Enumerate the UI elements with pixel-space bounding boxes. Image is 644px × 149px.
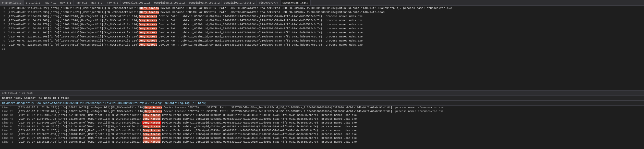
- search-line-content: [2024-08-07 12:26:25.485][info][10048:45…: [17, 140, 642, 144]
- search-line-content: [2024-08-07 12:26:21.267][info][10048:45…: [17, 129, 642, 132]
- search-deny-highlight: Deny Access: [143, 121, 160, 124]
- search-line-label: Line ::: [2, 140, 17, 144]
- line-content: [2024-08-07 11:52:57.095][info][16832:14…: [7, 10, 643, 14]
- search-line-content: [2024-08-07 11:54:08.321][info][15160:28…: [17, 125, 642, 129]
- tab-8[interactable]: UemDialog_2_test1.2: [152, 0, 187, 6]
- tab-6[interactable]: nav 5.2: [105, 0, 120, 6]
- line-content: [7, 47, 643, 51]
- search-line-content: [2024-08-07 11:54:03.708][info][15160:28…: [17, 113, 642, 117]
- log-line: 1[2024-08-07 11:52:54.222][info][16832:1…: [1, 6, 643, 10]
- log-line: 8[2024-08-07 12:26:21.268][info][10048:4…: [1, 35, 643, 39]
- search-deny-highlight: Deny Access: [143, 133, 160, 136]
- search-header: Search "Deny Access" (10 hits in 1 file): [0, 96, 644, 101]
- search-deny-highlight: Deny Access: [143, 117, 160, 120]
- tab-4[interactable]: nav 5.2: [74, 0, 89, 6]
- line-content: [2024-08-07 11:52:54.222][info][16832:14…: [7, 6, 643, 10]
- search-result-line[interactable]: Line 2:[2024-08-07 11:52:57.095][info][1…: [0, 110, 644, 113]
- deny-access-highlight: Deny Access: [139, 43, 157, 46]
- log-area: 1[2024-08-07 11:52:54.222][info][16832:1…: [0, 6, 644, 90]
- separator-bar: ind result = 10 hits: [0, 90, 644, 96]
- tab-7[interactable]: UemDialog_test1.2: [120, 0, 152, 6]
- line-content: [2024-08-07 12:26:21.268][info][10048:45…: [7, 35, 643, 39]
- deny-access-highlight: Deny Access: [139, 39, 157, 42]
- search-line-label: Line 1:: [2, 106, 17, 110]
- line-number: 7: [1, 31, 7, 35]
- search-deny-highlight: Deny Access: [143, 137, 160, 140]
- line-number: 11: [1, 47, 7, 51]
- log-line: 9[2024-08-07 12:26:25.485][info][10048:4…: [1, 39, 643, 43]
- search-line-content: [2024-08-07 11:52:54.222][info][16832:14…: [17, 106, 642, 110]
- line-number: 3: [1, 14, 7, 18]
- search-line-label: Line 7:: [2, 129, 17, 132]
- line-content: [2024-08-07 12:26:25.485][info][10048:45…: [7, 43, 643, 47]
- log-line: 11: [1, 47, 643, 51]
- deny-access-highlight: Deny Access: [139, 31, 157, 34]
- tab-12[interactable]: UsbContLog_log13: [281, 0, 311, 6]
- line-number: 6: [1, 26, 7, 31]
- search-result-line[interactable]: Line 7:[2024-08-07 12:26:21.267][info][1…: [0, 129, 644, 132]
- line-number: 5: [1, 22, 7, 26]
- main-content: 1[2024-08-07 11:52:54.222][info][16832:1…: [0, 6, 644, 149]
- search-result-line[interactable]: Line 1:[2024-08-07 11:52:54.222][info][1…: [0, 106, 644, 110]
- search-result-line[interactable]: Line 6:[2024-08-07 11:54:08.321][info][1…: [0, 125, 644, 129]
- line-content: [2024-08-07 12:26:21.267][info][10048:45…: [7, 31, 643, 35]
- tab-2[interactable]: nav 4.1: [42, 0, 58, 6]
- search-file: D:\Users\SangFor\My Document\WOWork\1688…: [0, 101, 644, 106]
- log-line: 3[2024-08-07 11:54:03.708][info][15160:2…: [1, 14, 643, 18]
- tab-11[interactable]: Windows?????: [257, 0, 281, 6]
- log-line: 10[2024-08-07 12:26:25.485][info][10048:…: [1, 43, 643, 47]
- deny-access-highlight: Deny Access: [139, 19, 157, 22]
- search-result-line[interactable]: Line 3:[2024-08-07 11:54:03.708][info][1…: [0, 113, 644, 117]
- search-deny-highlight: Deny Access: [143, 125, 160, 128]
- line-number: 9: [1, 39, 7, 43]
- search-line-content: [2024-08-07 12:26:21.268][info][10048:45…: [17, 132, 642, 136]
- line-content: [2024-08-07 12:26:25.485][info][10048:45…: [7, 39, 643, 43]
- tab-5[interactable]: nav 5.3: [89, 0, 105, 6]
- search-line-label: Line 5:: [2, 121, 17, 125]
- search-line-content: [2024-08-07 11:54:03.708][info][15160:28…: [17, 117, 642, 121]
- search-result-line[interactable]: Line 8:[2024-08-07 12:26:21.268][info][1…: [0, 132, 644, 136]
- search-result-line[interactable]: Line 4:[2024-08-07 11:54:03.708][info][1…: [0, 117, 644, 121]
- log-line: 7[2024-08-07 12:26:21.267][info][10048:4…: [1, 31, 643, 35]
- search-result-line[interactable]: Line ::[2024-08-07 12:26:25.485][info][1…: [0, 140, 644, 144]
- log-lines: 1[2024-08-07 11:52:54.222][info][16832:1…: [1, 6, 643, 90]
- line-number: 1: [1, 6, 7, 10]
- search-line-label: Line 9:: [2, 136, 17, 140]
- line-content: [2024-08-07 11:54:03.708][info][15160:28…: [7, 18, 643, 22]
- ind-result-text: ind result = 10 hits: [2, 92, 33, 94]
- line-content: [2024-08-07 11:54:03.708][info][15160:28…: [7, 14, 643, 18]
- log-line: 4[2024-08-07 11:54:03.708][info][15160:2…: [1, 18, 643, 22]
- search-line-label: Line 6:: [2, 125, 17, 129]
- log-line: 6[2024-08-07 11:54:08.321][info][15160:2…: [1, 26, 643, 31]
- search-line-label: Line 8:: [2, 132, 17, 136]
- line-content: [2024-08-07 11:54:08.270][info][15160:28…: [7, 22, 643, 26]
- deny-access-highlight: Deny Access: [140, 11, 159, 14]
- line-number: 8: [1, 35, 7, 39]
- log-line: 5[2024-08-07 11:54:08.270][info][15160:2…: [1, 22, 643, 26]
- search-line-content: [2024-08-07 12:26:25.485][info][10048:45…: [17, 136, 642, 140]
- search-results: Line 1:[2024-08-07 11:52:54.222][info][1…: [0, 106, 644, 144]
- search-result-line[interactable]: Line 5:[2024-08-07 11:54:08.270][info][1…: [0, 121, 644, 125]
- tab-9[interactable]: UemDialog_9_test1.2: [187, 0, 222, 6]
- deny-access-highlight: Deny Access: [139, 35, 157, 38]
- tab-1[interactable]: 1-1.ini.2: [24, 0, 43, 6]
- line-number: 10: [1, 43, 7, 47]
- search-result-line[interactable]: Line 9:[2024-08-07 12:26:25.485][info][1…: [0, 136, 644, 140]
- deny-access-highlight: Deny Access: [140, 7, 159, 10]
- search-deny-highlight: Deny Access: [144, 110, 162, 113]
- line-content: [2024-08-07 11:54:08.321][info][15160:28…: [7, 26, 643, 31]
- tab-3[interactable]: nav 5.1: [58, 0, 74, 6]
- tab-bar: change_log_21-1.ini.2nav 4.1nav 5.1nav 5…: [0, 0, 644, 6]
- search-line-content: [2024-08-07 11:54:08.270][info][15160:28…: [17, 121, 642, 125]
- search-deny-highlight: Deny Access: [144, 106, 162, 109]
- search-area: Search "Deny Access" (10 hits in 1 file)…: [0, 96, 644, 149]
- tab-10[interactable]: UemDialog_1_test1.2: [222, 0, 257, 6]
- search-line-label: Line 2:: [2, 110, 17, 113]
- line-number: 2: [1, 10, 7, 14]
- search-deny-highlight: Deny Access: [143, 114, 160, 117]
- search-deny-highlight: Deny Access: [143, 129, 160, 132]
- deny-access-highlight: Deny Access: [139, 27, 157, 30]
- line-number: 4: [1, 18, 7, 22]
- deny-access-highlight: Deny Access: [139, 23, 157, 26]
- tab-0[interactable]: change_log_2: [0, 0, 24, 6]
